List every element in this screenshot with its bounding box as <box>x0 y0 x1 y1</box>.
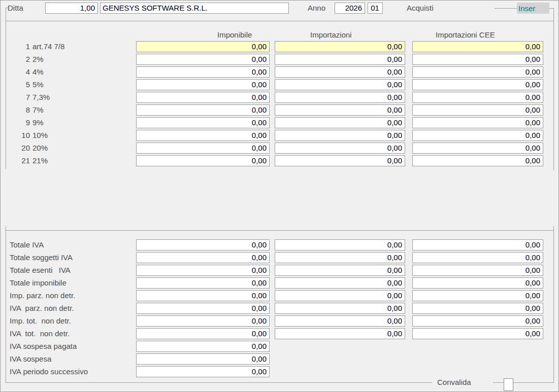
importazioni-input[interactable]: 0,00 <box>275 66 405 78</box>
group2-bottom-border-right <box>493 382 554 383</box>
total-amount-field[interactable]: 0,00 <box>136 341 270 352</box>
tax-rate-label: 4% <box>32 66 44 78</box>
convalida-checkbox[interactable] <box>504 378 513 391</box>
total-row: Totale soggetti IVA0,000,000,00 <box>1 252 559 263</box>
imponibile-input[interactable]: 0,00 <box>136 54 270 65</box>
total-amount-field[interactable]: 0,00 <box>136 239 270 251</box>
imponibile-input[interactable]: 0,00 <box>136 117 270 128</box>
total-amount-field[interactable]: 0,00 <box>275 265 405 276</box>
total-label: Totale IVA <box>10 239 44 251</box>
total-label: IVA sospesa <box>10 353 51 365</box>
imponibile-input[interactable]: 0,00 <box>136 92 270 103</box>
ditta-name-input[interactable]: GENESYS SOFTWARE S.R.L. <box>100 3 289 14</box>
tax-rate-label: 10% <box>32 130 48 141</box>
total-amount-field[interactable]: 0,00 <box>136 277 270 289</box>
total-label: IVA sospesa pagata <box>10 341 77 352</box>
tax-rate-label: 7,3% <box>32 92 50 103</box>
tax-row: 2121%0,000,000,00 <box>1 155 559 166</box>
importazioni-input[interactable]: 0,00 <box>275 79 405 90</box>
total-amount-field[interactable]: 0,00 <box>275 239 405 251</box>
inser-mode-button[interactable]: Inser <box>517 3 549 14</box>
total-amount-field[interactable]: 0,00 <box>136 353 270 365</box>
total-amount-field[interactable]: 0,00 <box>275 315 405 327</box>
tax-code: 2 <box>15 54 30 65</box>
total-label: Totale imponibile <box>10 277 67 289</box>
importazioni-input[interactable]: 0,00 <box>275 104 405 116</box>
anno-label: Anno <box>308 3 325 14</box>
column-header-imponibile: Imponibile <box>217 30 252 39</box>
total-amount-field[interactable]: 0,00 <box>136 252 270 263</box>
total-amount-field[interactable]: 0,00 <box>412 315 543 327</box>
total-amount-field[interactable]: 0,00 <box>275 303 405 314</box>
importazioni-input[interactable]: 0,00 <box>275 117 405 128</box>
total-amount-field[interactable]: 0,00 <box>412 277 543 289</box>
imponibile-input[interactable]: 0,00 <box>136 66 270 78</box>
imponibile-input[interactable]: 0,00 <box>136 130 270 141</box>
total-amount-field[interactable]: 0,00 <box>275 328 405 339</box>
importazioni-cee-input[interactable]: 0,00 <box>412 41 543 52</box>
total-amount-field[interactable]: 0,00 <box>275 290 405 301</box>
total-amount-field[interactable]: 0,00 <box>275 277 405 289</box>
total-amount-field[interactable]: 0,00 <box>136 366 270 377</box>
total-amount-field[interactable]: 0,00 <box>412 328 543 339</box>
importazioni-input[interactable]: 0,00 <box>275 130 405 141</box>
total-label: IVA periodo successivo <box>10 366 88 377</box>
tax-rate-label: 5% <box>32 79 44 90</box>
importazioni-cee-input[interactable]: 0,00 <box>412 155 543 166</box>
tax-code: 8 <box>15 104 30 116</box>
tax-row: 87%0,000,000,00 <box>1 104 559 116</box>
total-amount-field[interactable]: 0,00 <box>412 265 543 276</box>
importazioni-cee-input[interactable]: 0,00 <box>412 66 543 78</box>
tax-row: 99%0,000,000,00 <box>1 117 559 128</box>
total-amount-field[interactable]: 0,00 <box>136 328 270 339</box>
imponibile-input[interactable]: 0,00 <box>136 155 270 166</box>
importazioni-cee-input[interactable]: 0,00 <box>412 79 543 90</box>
window: Ditta 1,00 GENESYS SOFTWARE S.R.L. Anno … <box>0 0 559 392</box>
mode-label: Acquisti <box>407 3 434 14</box>
importazioni-cee-input[interactable]: 0,00 <box>412 117 543 128</box>
convalida-label: Convalida <box>437 378 471 386</box>
total-row: IVA sospesa pagata0,00 <box>1 341 559 352</box>
total-label: Totale soggetti IVA <box>10 252 73 263</box>
tax-rate-label: 21% <box>32 155 48 166</box>
imponibile-input[interactable]: 0,00 <box>136 41 270 52</box>
total-label: Totale esenti IVA <box>10 265 71 276</box>
importazioni-cee-input[interactable]: 0,00 <box>412 54 543 65</box>
total-amount-field[interactable]: 0,00 <box>412 252 543 263</box>
tax-row: 44%0,000,000,00 <box>1 66 559 78</box>
total-amount-field[interactable]: 0,00 <box>412 239 543 251</box>
ditta-code-input[interactable]: 1,00 <box>45 3 98 14</box>
column-header-importazioni: Importazioni <box>310 30 352 39</box>
anno-input[interactable]: 2026 <box>335 3 365 14</box>
importazioni-input[interactable]: 0,00 <box>275 92 405 103</box>
importazioni-cee-input[interactable]: 0,00 <box>412 130 543 141</box>
total-row: IVA periodo successivo0,00 <box>1 366 559 377</box>
total-amount-field[interactable]: 0,00 <box>275 252 405 263</box>
imponibile-input[interactable]: 0,00 <box>136 142 270 154</box>
total-amount-field[interactable]: 0,00 <box>136 315 270 327</box>
total-label: Imp. tot. non detr. <box>10 315 71 327</box>
importazioni-cee-input[interactable]: 0,00 <box>412 104 543 116</box>
importazioni-input[interactable]: 0,00 <box>275 54 405 65</box>
total-amount-field[interactable]: 0,00 <box>136 290 270 301</box>
importazioni-input[interactable]: 0,00 <box>275 41 405 52</box>
importazioni-cee-input[interactable]: 0,00 <box>412 92 543 103</box>
tax-row: 77,3%0,000,000,00 <box>1 92 559 103</box>
imponibile-input[interactable]: 0,00 <box>136 104 270 116</box>
total-amount-field[interactable]: 0,00 <box>136 303 270 314</box>
imponibile-input[interactable]: 0,00 <box>136 79 270 90</box>
tax-code: 10 <box>15 130 30 141</box>
ditta-label: Ditta <box>8 3 23 14</box>
total-row: IVA parz. non detr.0,000,000,00 <box>1 303 559 314</box>
tax-rate-label: 9% <box>32 117 44 128</box>
group2-bottom-border-left <box>6 382 432 383</box>
importazioni-cee-input[interactable]: 0,00 <box>412 142 543 154</box>
importazioni-input[interactable]: 0,00 <box>275 155 405 166</box>
tax-row: 22%0,000,000,00 <box>1 54 559 65</box>
importazioni-input[interactable]: 0,00 <box>275 142 405 154</box>
total-row: Totale esenti IVA0,000,000,00 <box>1 265 559 276</box>
total-amount-field[interactable]: 0,00 <box>412 303 543 314</box>
total-amount-field[interactable]: 0,00 <box>412 290 543 301</box>
total-amount-field[interactable]: 0,00 <box>136 265 270 276</box>
period-input[interactable]: 01 <box>368 3 383 14</box>
